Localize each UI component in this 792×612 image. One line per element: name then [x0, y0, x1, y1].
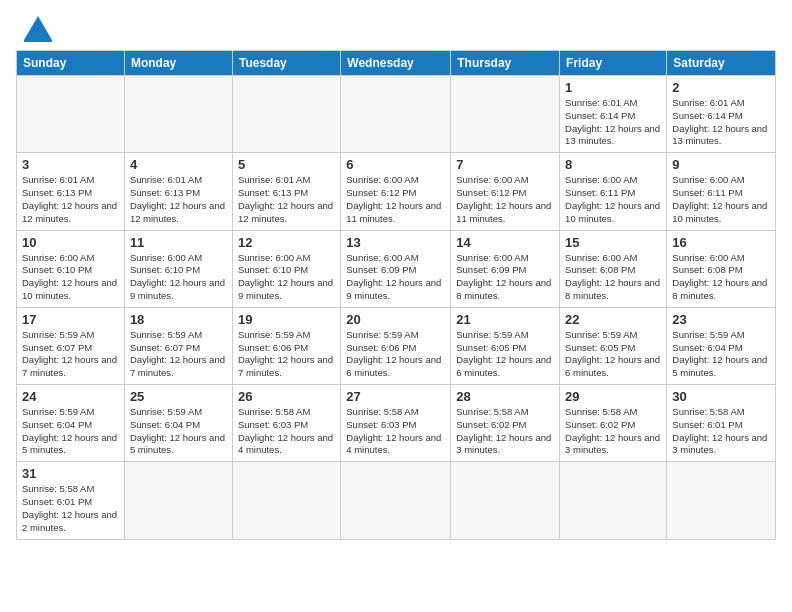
day-number: 18 — [130, 312, 227, 327]
calendar-cell: 9Sunrise: 6:00 AM Sunset: 6:11 PM Daylig… — [667, 153, 776, 230]
calendar-cell — [451, 462, 560, 539]
week-row-2: 3Sunrise: 6:01 AM Sunset: 6:13 PM Daylig… — [17, 153, 776, 230]
day-number: 9 — [672, 157, 770, 172]
calendar-cell: 30Sunrise: 5:58 AM Sunset: 6:01 PM Dayli… — [667, 385, 776, 462]
day-info: Sunrise: 6:01 AM Sunset: 6:13 PM Dayligh… — [238, 174, 335, 225]
day-info: Sunrise: 6:01 AM Sunset: 6:13 PM Dayligh… — [22, 174, 119, 225]
day-number: 24 — [22, 389, 119, 404]
svg-rect-1 — [24, 40, 52, 42]
day-number: 14 — [456, 235, 554, 250]
day-number: 15 — [565, 235, 661, 250]
day-number: 21 — [456, 312, 554, 327]
day-number: 28 — [456, 389, 554, 404]
day-info: Sunrise: 5:58 AM Sunset: 6:01 PM Dayligh… — [22, 483, 119, 534]
calendar-cell — [232, 462, 340, 539]
week-row-6: 31Sunrise: 5:58 AM Sunset: 6:01 PM Dayli… — [17, 462, 776, 539]
svg-marker-0 — [24, 16, 52, 40]
calendar-cell — [341, 76, 451, 153]
day-info: Sunrise: 5:58 AM Sunset: 6:03 PM Dayligh… — [346, 406, 445, 457]
week-row-3: 10Sunrise: 6:00 AM Sunset: 6:10 PM Dayli… — [17, 230, 776, 307]
calendar-cell: 26Sunrise: 5:58 AM Sunset: 6:03 PM Dayli… — [232, 385, 340, 462]
day-info: Sunrise: 5:59 AM Sunset: 6:07 PM Dayligh… — [130, 329, 227, 380]
calendar-cell: 24Sunrise: 5:59 AM Sunset: 6:04 PM Dayli… — [17, 385, 125, 462]
day-number: 25 — [130, 389, 227, 404]
day-info: Sunrise: 6:01 AM Sunset: 6:14 PM Dayligh… — [565, 97, 661, 148]
day-number: 6 — [346, 157, 445, 172]
day-info: Sunrise: 6:00 AM Sunset: 6:11 PM Dayligh… — [672, 174, 770, 225]
day-info: Sunrise: 5:59 AM Sunset: 6:04 PM Dayligh… — [22, 406, 119, 457]
calendar-cell — [451, 76, 560, 153]
day-info: Sunrise: 5:58 AM Sunset: 6:02 PM Dayligh… — [456, 406, 554, 457]
day-number: 3 — [22, 157, 119, 172]
day-number: 4 — [130, 157, 227, 172]
calendar-cell: 19Sunrise: 5:59 AM Sunset: 6:06 PM Dayli… — [232, 307, 340, 384]
calendar-cell — [667, 462, 776, 539]
day-number: 16 — [672, 235, 770, 250]
day-number: 11 — [130, 235, 227, 250]
calendar-cell — [17, 76, 125, 153]
calendar-cell: 21Sunrise: 5:59 AM Sunset: 6:05 PM Dayli… — [451, 307, 560, 384]
day-info: Sunrise: 5:59 AM Sunset: 6:06 PM Dayligh… — [238, 329, 335, 380]
logo-icon — [20, 12, 56, 42]
day-number: 20 — [346, 312, 445, 327]
day-number: 26 — [238, 389, 335, 404]
calendar-cell: 7Sunrise: 6:00 AM Sunset: 6:12 PM Daylig… — [451, 153, 560, 230]
calendar-cell — [124, 462, 232, 539]
day-info: Sunrise: 6:00 AM Sunset: 6:10 PM Dayligh… — [22, 252, 119, 303]
day-info: Sunrise: 6:00 AM Sunset: 6:12 PM Dayligh… — [346, 174, 445, 225]
calendar-cell: 28Sunrise: 5:58 AM Sunset: 6:02 PM Dayli… — [451, 385, 560, 462]
day-info: Sunrise: 5:59 AM Sunset: 6:05 PM Dayligh… — [565, 329, 661, 380]
calendar-cell: 5Sunrise: 6:01 AM Sunset: 6:13 PM Daylig… — [232, 153, 340, 230]
day-info: Sunrise: 5:58 AM Sunset: 6:02 PM Dayligh… — [565, 406, 661, 457]
header-day-thursday: Thursday — [451, 51, 560, 76]
header-day-friday: Friday — [560, 51, 667, 76]
day-number: 22 — [565, 312, 661, 327]
calendar-cell: 23Sunrise: 5:59 AM Sunset: 6:04 PM Dayli… — [667, 307, 776, 384]
calendar-cell — [341, 462, 451, 539]
day-info: Sunrise: 6:00 AM Sunset: 6:09 PM Dayligh… — [346, 252, 445, 303]
day-info: Sunrise: 6:00 AM Sunset: 6:12 PM Dayligh… — [456, 174, 554, 225]
header-day-saturday: Saturday — [667, 51, 776, 76]
calendar-cell: 27Sunrise: 5:58 AM Sunset: 6:03 PM Dayli… — [341, 385, 451, 462]
day-info: Sunrise: 6:01 AM Sunset: 6:13 PM Dayligh… — [130, 174, 227, 225]
header-day-monday: Monday — [124, 51, 232, 76]
day-info: Sunrise: 6:00 AM Sunset: 6:08 PM Dayligh… — [672, 252, 770, 303]
day-info: Sunrise: 5:59 AM Sunset: 6:06 PM Dayligh… — [346, 329, 445, 380]
header-day-wednesday: Wednesday — [341, 51, 451, 76]
day-number: 8 — [565, 157, 661, 172]
day-info: Sunrise: 5:59 AM Sunset: 6:05 PM Dayligh… — [456, 329, 554, 380]
day-number: 13 — [346, 235, 445, 250]
calendar-cell: 4Sunrise: 6:01 AM Sunset: 6:13 PM Daylig… — [124, 153, 232, 230]
header-day-tuesday: Tuesday — [232, 51, 340, 76]
calendar-cell: 18Sunrise: 5:59 AM Sunset: 6:07 PM Dayli… — [124, 307, 232, 384]
calendar-cell: 8Sunrise: 6:00 AM Sunset: 6:11 PM Daylig… — [560, 153, 667, 230]
calendar-cell: 22Sunrise: 5:59 AM Sunset: 6:05 PM Dayli… — [560, 307, 667, 384]
calendar-cell: 10Sunrise: 6:00 AM Sunset: 6:10 PM Dayli… — [17, 230, 125, 307]
week-row-5: 24Sunrise: 5:59 AM Sunset: 6:04 PM Dayli… — [17, 385, 776, 462]
calendar-cell: 17Sunrise: 5:59 AM Sunset: 6:07 PM Dayli… — [17, 307, 125, 384]
day-number: 10 — [22, 235, 119, 250]
header-day-sunday: Sunday — [17, 51, 125, 76]
calendar-cell: 31Sunrise: 5:58 AM Sunset: 6:01 PM Dayli… — [17, 462, 125, 539]
calendar-cell: 3Sunrise: 6:01 AM Sunset: 6:13 PM Daylig… — [17, 153, 125, 230]
day-number: 30 — [672, 389, 770, 404]
day-number: 2 — [672, 80, 770, 95]
header-row: SundayMondayTuesdayWednesdayThursdayFrid… — [17, 51, 776, 76]
day-info: Sunrise: 6:00 AM Sunset: 6:08 PM Dayligh… — [565, 252, 661, 303]
day-number: 29 — [565, 389, 661, 404]
day-info: Sunrise: 6:00 AM Sunset: 6:10 PM Dayligh… — [238, 252, 335, 303]
calendar-cell — [232, 76, 340, 153]
calendar-cell: 14Sunrise: 6:00 AM Sunset: 6:09 PM Dayli… — [451, 230, 560, 307]
day-info: Sunrise: 5:59 AM Sunset: 6:07 PM Dayligh… — [22, 329, 119, 380]
calendar-cell: 15Sunrise: 6:00 AM Sunset: 6:08 PM Dayli… — [560, 230, 667, 307]
day-info: Sunrise: 6:01 AM Sunset: 6:14 PM Dayligh… — [672, 97, 770, 148]
day-info: Sunrise: 5:58 AM Sunset: 6:03 PM Dayligh… — [238, 406, 335, 457]
week-row-4: 17Sunrise: 5:59 AM Sunset: 6:07 PM Dayli… — [17, 307, 776, 384]
day-info: Sunrise: 5:58 AM Sunset: 6:01 PM Dayligh… — [672, 406, 770, 457]
calendar-cell: 29Sunrise: 5:58 AM Sunset: 6:02 PM Dayli… — [560, 385, 667, 462]
day-number: 7 — [456, 157, 554, 172]
logo — [16, 16, 56, 42]
week-row-1: 1Sunrise: 6:01 AM Sunset: 6:14 PM Daylig… — [17, 76, 776, 153]
calendar-cell: 12Sunrise: 6:00 AM Sunset: 6:10 PM Dayli… — [232, 230, 340, 307]
day-info: Sunrise: 6:00 AM Sunset: 6:10 PM Dayligh… — [130, 252, 227, 303]
